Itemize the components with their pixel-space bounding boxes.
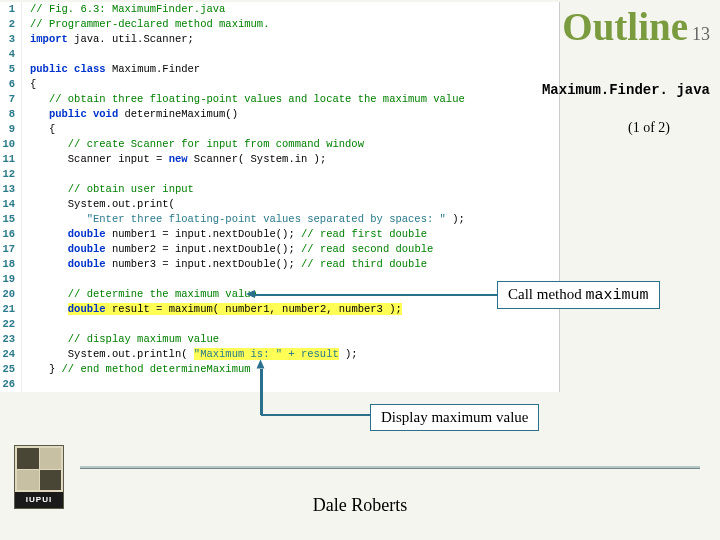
code-line: 22 (0, 317, 559, 332)
code-content (22, 272, 30, 287)
code-line: 21 double result = maximum( number1, num… (0, 302, 559, 317)
code-line: 19 (0, 272, 559, 287)
code-line: 23 // display maximum value (0, 332, 559, 347)
code-listing: 1// Fig. 6.3: MaximumFinder.java2// Prog… (0, 2, 560, 392)
code-line: 18 double number3 = input.nextDouble(); … (0, 257, 559, 272)
code-content: // Programmer-declared method maximum. (22, 17, 269, 32)
line-number: 24 (0, 347, 22, 362)
line-number: 19 (0, 272, 22, 287)
line-number: 10 (0, 137, 22, 152)
line-number: 23 (0, 332, 22, 347)
line-number: 1 (0, 2, 22, 17)
code-line: 6{ (0, 77, 559, 92)
code-content (22, 377, 30, 392)
line-number: 15 (0, 212, 22, 227)
code-content: public class Maximum.Finder (22, 62, 200, 77)
code-line: 9 { (0, 122, 559, 137)
line-number: 22 (0, 317, 22, 332)
code-content: } // end method determineMaximum (22, 362, 251, 377)
code-content: double number1 = input.nextDouble(); // … (22, 227, 427, 242)
iupui-logo: IUPUI (14, 445, 64, 509)
code-line: 2// Programmer-declared method maximum. (0, 17, 559, 32)
line-number: 8 (0, 107, 22, 122)
filename-label: Maximum.Finder. java (542, 82, 710, 98)
code-content (22, 317, 30, 332)
line-number: 16 (0, 227, 22, 242)
code-content (22, 47, 30, 62)
code-line: 10 // create Scanner for input from comm… (0, 137, 559, 152)
code-content: import java. util.Scanner; (22, 32, 194, 47)
line-number: 26 (0, 377, 22, 392)
code-line: 16 double number1 = input.nextDouble(); … (0, 227, 559, 242)
code-line: 26 (0, 377, 559, 392)
code-content: // create Scanner for input from command… (22, 137, 364, 152)
callout-mono: maximum (586, 287, 649, 304)
logo-graphic (15, 446, 63, 492)
line-number: 4 (0, 47, 22, 62)
code-content: System.out.print( (22, 197, 175, 212)
line-number: 25 (0, 362, 22, 377)
code-line: 5public class Maximum.Finder (0, 62, 559, 77)
line-number: 7 (0, 92, 22, 107)
slide-header: Outline 13 (562, 4, 710, 49)
line-number: 2 (0, 17, 22, 32)
code-content: "Enter three floating-point values separ… (22, 212, 465, 227)
code-line: 11 Scanner input = new Scanner( System.i… (0, 152, 559, 167)
code-line: 8 public void determineMaximum() (0, 107, 559, 122)
code-content: // Fig. 6.3: MaximumFinder.java (22, 2, 225, 17)
code-line: 17 double number2 = input.nextDouble(); … (0, 242, 559, 257)
line-number: 3 (0, 32, 22, 47)
code-line: 4 (0, 47, 559, 62)
page-number: 13 (692, 24, 710, 45)
code-content: Scanner input = new Scanner( System.in )… (22, 152, 326, 167)
code-line: 3import java. util.Scanner; (0, 32, 559, 47)
code-content: System.out.println( "Maximum is: " + res… (22, 347, 358, 362)
code-line: 13 // obtain user input (0, 182, 559, 197)
callout-call-method: Call method maximum (497, 281, 660, 309)
code-line: 14 System.out.print( (0, 197, 559, 212)
code-content: public void determineMaximum() (22, 107, 238, 122)
line-number: 14 (0, 197, 22, 212)
line-number: 20 (0, 287, 22, 302)
code-content: { (22, 77, 36, 92)
arrow-line (261, 414, 370, 416)
callout-display-max: Display maximum value (370, 404, 539, 431)
code-content: double result = maximum( number1, number… (22, 302, 402, 317)
arrow-line (255, 294, 497, 296)
code-content: { (22, 122, 55, 137)
arrow-vert (260, 369, 263, 415)
code-line: 25 } // end method determineMaximum (0, 362, 559, 377)
callout-text: Call method (508, 286, 586, 302)
arrow-head-icon (257, 360, 265, 369)
code-content: // display maximum value (22, 332, 219, 347)
code-content: double number2 = input.nextDouble(); // … (22, 242, 433, 257)
line-number: 9 (0, 122, 22, 137)
line-number: 11 (0, 152, 22, 167)
line-number: 17 (0, 242, 22, 257)
code-content: // obtain three floating-point values an… (22, 92, 465, 107)
author-name: Dale Roberts (313, 495, 407, 516)
line-number: 13 (0, 182, 22, 197)
line-number: 5 (0, 62, 22, 77)
code-line: 15 "Enter three floating-point values se… (0, 212, 559, 227)
line-number: 6 (0, 77, 22, 92)
line-number: 18 (0, 257, 22, 272)
outline-title: Outline (562, 4, 688, 49)
logo-text: IUPUI (15, 492, 63, 508)
code-line: 24 System.out.println( "Maximum is: " + … (0, 347, 559, 362)
divider (80, 466, 700, 469)
pagination-label: (1 of 2) (628, 120, 670, 136)
code-content: double number3 = input.nextDouble(); // … (22, 257, 427, 272)
code-content: // obtain user input (22, 182, 194, 197)
line-number: 12 (0, 167, 22, 182)
code-content (22, 167, 30, 182)
line-number: 21 (0, 302, 22, 317)
code-line: 1// Fig. 6.3: MaximumFinder.java (0, 2, 559, 17)
arrow-head-icon (246, 290, 255, 298)
code-line: 12 (0, 167, 559, 182)
code-content: // determine the maximum value (22, 287, 257, 302)
code-line: 7 // obtain three floating-point values … (0, 92, 559, 107)
